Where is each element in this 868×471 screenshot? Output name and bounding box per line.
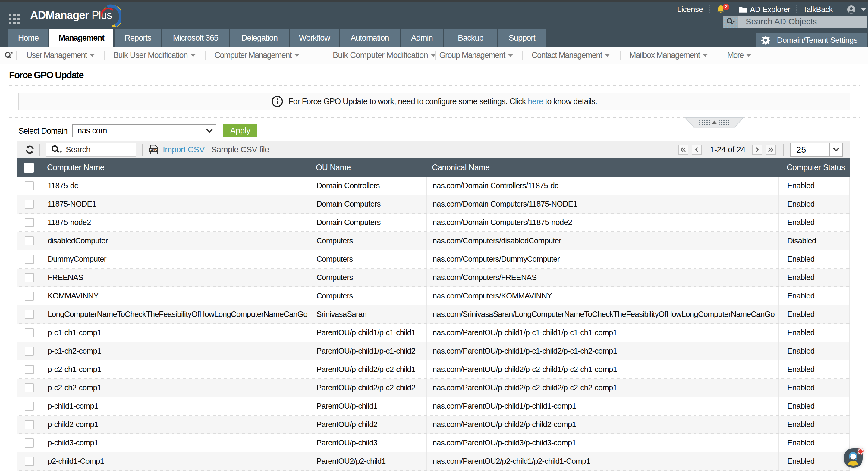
svg-text:CSV: CSV	[150, 148, 157, 152]
